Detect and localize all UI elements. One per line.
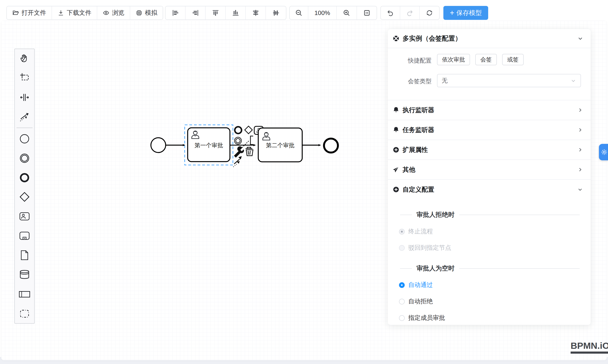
quick-option-sequential[interactable]: 依次审批 — [437, 54, 470, 65]
section-task-listener[interactable]: 任务监听器 — [388, 120, 591, 140]
section-custom-config[interactable]: 自定义配置 — [388, 179, 591, 199]
divider-line — [459, 215, 580, 215]
zoom-level-value: 100% — [315, 10, 330, 16]
quick-option-orsign[interactable]: 或签 — [502, 54, 524, 65]
radio-icon[interactable] — [399, 299, 405, 304]
empty-group-title: 审批人为空时 — [400, 264, 580, 273]
radio-label: 终止流程 — [408, 227, 433, 236]
multi-instance-icon — [392, 35, 400, 42]
align-left-button[interactable] — [165, 6, 185, 19]
create-end-event[interactable] — [15, 169, 34, 187]
space-tool[interactable] — [15, 89, 34, 106]
redo-button[interactable] — [400, 6, 420, 19]
participant-icon — [19, 290, 30, 299]
radio-auto-reject[interactable]: 自动拒绝 — [399, 297, 433, 306]
radio-icon[interactable] — [399, 229, 405, 234]
quick-config-options: 依次审批 会签 或签 — [437, 54, 524, 65]
palette-separator — [16, 128, 33, 128]
zoom-in-button[interactable] — [337, 6, 357, 19]
append-gateway-icon[interactable] — [245, 126, 252, 134]
data-store-icon — [19, 270, 30, 279]
panel-header[interactable]: 多实例（会签配置） — [388, 29, 591, 48]
download-icon — [57, 10, 64, 16]
zoom-in-icon — [343, 9, 350, 17]
radio-label: 自动拒绝 — [408, 297, 433, 306]
gear-icon — [601, 148, 608, 156]
radio-icon[interactable] — [399, 245, 405, 251]
radio-icon[interactable] — [399, 315, 405, 321]
user-task-2[interactable]: 第二个审批 — [258, 128, 302, 162]
chevron-right-icon — [577, 107, 583, 113]
align-center-icon — [252, 9, 260, 17]
radio-terminate-process[interactable]: 终止流程 — [399, 227, 433, 236]
create-data-object[interactable] — [15, 246, 34, 264]
global-connect-tool[interactable] — [15, 108, 34, 126]
append-text-annotation-icon[interactable] — [251, 136, 253, 144]
hand-tool[interactable] — [15, 49, 34, 67]
create-subprocess[interactable] — [15, 227, 34, 245]
end-event-icon — [19, 172, 30, 183]
open-file-button[interactable]: 打开文件 — [7, 6, 52, 19]
create-group[interactable] — [15, 305, 34, 323]
open-file-label: 打开文件 — [22, 9, 46, 17]
eye-icon — [103, 10, 109, 16]
radio-assign-member[interactable]: 指定成员审批 — [399, 314, 445, 322]
bpmn-io-logo[interactable]: BPMN.iO — [571, 340, 608, 354]
section-other[interactable]: 其他 — [388, 159, 591, 179]
append-end-event-icon[interactable] — [235, 127, 241, 133]
start-event-icon — [19, 133, 30, 144]
plus-circle-icon — [392, 146, 400, 153]
start-event[interactable] — [151, 138, 166, 153]
divider-line — [400, 268, 412, 269]
radio-auto-pass[interactable]: 自动通过 — [399, 281, 433, 289]
quick-option-countersign[interactable]: 会签 — [475, 54, 497, 65]
chevron-down-icon — [577, 187, 583, 193]
connect-tool-icon[interactable] — [233, 156, 242, 167]
fit-viewport-button[interactable] — [357, 6, 377, 19]
end-event[interactable] — [324, 139, 338, 153]
sign-type-label: 会签类型 — [388, 77, 432, 85]
plus-circle-icon — [392, 186, 400, 193]
chevron-down-icon[interactable] — [577, 35, 583, 42]
zoom-out-button[interactable] — [290, 6, 308, 19]
space-tool-icon — [20, 92, 29, 102]
panel-title: 多实例（会签配置） — [403, 34, 574, 43]
user-task-1[interactable]: 第一个审批 — [188, 128, 230, 162]
intermediate-event-icon — [19, 153, 30, 164]
settings-panel-toggle[interactable] — [599, 144, 608, 160]
radio-icon[interactable] — [399, 282, 405, 288]
zoom-out-icon — [295, 9, 303, 17]
annotation-link — [242, 140, 249, 147]
logo-text: BPMN.iO — [571, 340, 608, 354]
section-extended-properties[interactable]: 扩展属性 — [388, 140, 591, 159]
create-participant[interactable] — [15, 286, 34, 303]
preview-button[interactable]: 浏览 — [97, 6, 130, 19]
section-label: 执行监听器 — [403, 106, 574, 115]
properties-panel: 多实例（会签配置） 快捷配置 依次审批 会签 或签 会签类型 无 执行监听器 任… — [388, 29, 591, 325]
section-execution-listener[interactable]: 执行监听器 — [388, 100, 591, 120]
wrench-icon[interactable] — [234, 146, 244, 158]
align-top-icon — [211, 9, 220, 17]
refresh-button[interactable] — [420, 6, 439, 19]
sign-type-select[interactable]: 无 — [437, 74, 581, 87]
create-intermediate-event[interactable] — [15, 149, 34, 167]
align-middle-button[interactable] — [266, 6, 286, 19]
folder-open-icon — [12, 10, 19, 16]
create-user-task[interactable] — [15, 208, 34, 225]
align-bottom-icon — [232, 9, 240, 17]
zoom-level-display: 100% — [308, 6, 337, 19]
lasso-tool[interactable] — [15, 69, 34, 86]
align-top-button[interactable] — [206, 6, 226, 19]
create-start-event[interactable] — [15, 130, 34, 148]
simulate-button[interactable]: 模拟 — [130, 6, 163, 19]
align-bottom-button[interactable] — [226, 6, 246, 19]
create-gateway[interactable] — [15, 188, 34, 206]
download-file-button[interactable]: 下载文件 — [52, 6, 97, 19]
undo-button[interactable] — [381, 6, 400, 19]
trash-icon[interactable] — [246, 147, 253, 156]
align-right-button[interactable] — [185, 6, 206, 19]
radio-return-to-node[interactable]: 驳回到指定节点 — [399, 244, 451, 252]
align-center-button[interactable] — [246, 6, 266, 19]
save-model-button[interactable]: + 保存模型 — [443, 6, 488, 20]
create-data-store[interactable] — [15, 266, 34, 283]
